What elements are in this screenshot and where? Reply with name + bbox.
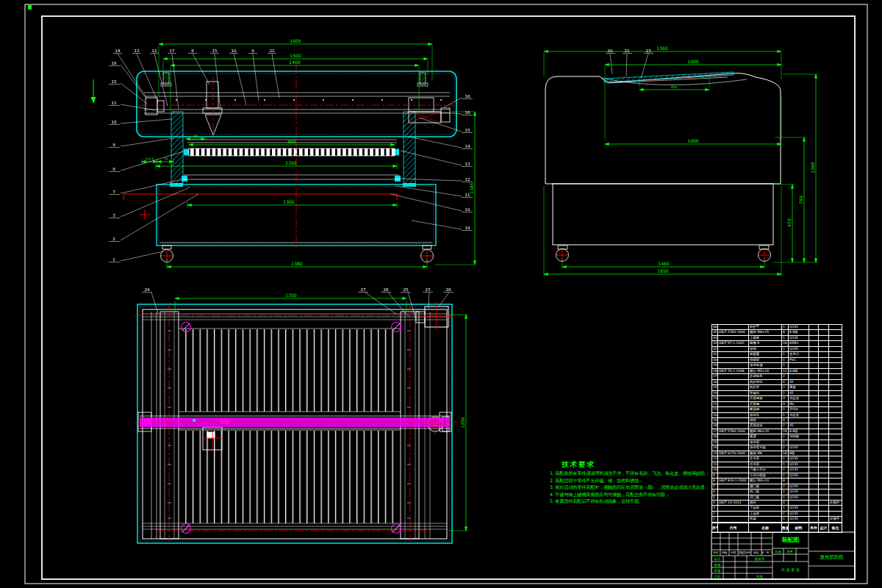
- dim-label: 450: [671, 85, 678, 89]
- bom-cell: 刀条工作台: [749, 467, 782, 472]
- bom-table: 36防护罩1Q23535GB/T 5783-2000螺栓 M8×2588.8级3…: [711, 324, 842, 523]
- bom-cell: 4: [782, 380, 789, 384]
- cad-canvas: { "views": { "front": { "dims": { "overa…: [0, 0, 882, 588]
- bom-cell: [718, 467, 749, 472]
- bom-row: 2上箱体1Q235: [712, 512, 842, 517]
- bom-cell: [829, 462, 842, 467]
- bom-cell: 螺钉 M4×10: [749, 478, 782, 483]
- balloon: 12: [465, 177, 470, 182]
- bom-header-cell: 代号: [718, 523, 749, 532]
- bom-cell: [809, 501, 819, 505]
- bom-row: 4GB/T 14-2013脚轮4外购件: [712, 501, 842, 506]
- bom-cell: [809, 330, 819, 334]
- bom-cell: 橡胶: [789, 385, 809, 390]
- slat-bed-lower: [184, 431, 397, 523]
- bom-cell: [809, 440, 819, 445]
- bom-cell: 17: [712, 429, 718, 434]
- bom-cell: 45: [789, 380, 809, 384]
- bom-cell: GB/T 819.1-2000: [718, 478, 749, 483]
- bom-cell: [809, 473, 819, 478]
- bom-cell: Q235: [789, 456, 809, 461]
- bom-cell: 1: [782, 413, 789, 417]
- bom-cell: 1: [782, 434, 789, 439]
- bom-cell: 19: [712, 418, 718, 423]
- bom-cell: [718, 456, 749, 461]
- bom-cell: 观察窗: [749, 352, 782, 356]
- bom-cell: 1: [782, 336, 789, 340]
- bom-cell: [819, 330, 829, 334]
- bom-cell: [789, 363, 809, 368]
- balloon: 19: [465, 226, 470, 230]
- bom-cell: 激光管: [749, 440, 782, 445]
- bom-cell: [718, 391, 749, 395]
- bom-cell: [809, 396, 819, 401]
- bom-cell: 24: [782, 429, 789, 434]
- bom-cell: 张紧轮: [749, 391, 782, 395]
- bom-cell: [718, 380, 749, 384]
- bom-row: 35GB/T 5783-2000螺栓 M8×2588.8级: [712, 330, 842, 335]
- bom-cell: [819, 495, 829, 500]
- bom-cell: Q235: [789, 473, 809, 478]
- bom-cell: 外购件: [829, 501, 842, 505]
- bom-cell: [718, 347, 749, 351]
- bom-cell: 2: [782, 391, 789, 395]
- balloon: 23: [426, 287, 431, 292]
- bom-cell: 后门板: [749, 495, 782, 500]
- balloon: 16: [112, 61, 117, 65]
- bom-cell: [718, 445, 749, 450]
- bom-cell: [809, 363, 819, 368]
- plan-balloons: 24 27 26 25 23 28: [142, 287, 453, 319]
- bom-cell: Q235: [789, 517, 809, 521]
- bom-cell: [809, 512, 819, 516]
- bom-cell: [809, 369, 819, 373]
- bom-cell: [829, 363, 842, 368]
- bom-cell: 3: [712, 506, 718, 510]
- dim-label: 1300: [283, 199, 294, 204]
- bom-cell: 铝型材: [789, 434, 809, 439]
- balloon: 20: [608, 49, 613, 53]
- lid: [604, 72, 734, 82]
- bom-cell: Q235: [789, 506, 809, 510]
- bom-cell: 18: [712, 423, 718, 428]
- bom-row: 23反射镜架3铝合金: [712, 396, 842, 401]
- bom-cell: [789, 501, 809, 505]
- bom-header-cell: 数量: [782, 523, 789, 532]
- bom-cell: 工作台框架: [749, 473, 782, 478]
- rev-header: 年、月、日: [761, 551, 772, 554]
- bom-cell: 8: [782, 330, 789, 334]
- dim-label: 1200: [460, 417, 465, 428]
- bom-cell: 滑块: [749, 418, 782, 423]
- bom-cell: 13: [712, 451, 718, 456]
- bom-cell: 机架: [749, 517, 782, 521]
- bom-cell: 1: [712, 517, 718, 521]
- bom-cell: 8级: [789, 451, 809, 456]
- bom-header-cell: 名称: [749, 523, 782, 532]
- balloon: 8: [191, 49, 194, 53]
- bom-row: 32铰链2Q235: [712, 347, 842, 352]
- bom-cell: [819, 490, 829, 494]
- bom-cell: [718, 325, 749, 329]
- bom-cell: [829, 369, 842, 373]
- tech-requirement-item: 1. 装配前所有零件须清理和清洗干净，不得有毛刺、飞边、氧化皮、锈蚀等缺陷；: [550, 470, 709, 477]
- balloon: 7: [112, 190, 115, 194]
- bom-cell: 32: [712, 347, 718, 351]
- bom-cell: 1: [782, 407, 789, 412]
- bom-cell: [819, 517, 829, 521]
- bom-cell: 1: [782, 467, 789, 472]
- dim-label: 75: [164, 157, 168, 161]
- dim-label: 1650: [657, 268, 668, 273]
- bom-cell: [829, 385, 842, 390]
- bom-cell: 3: [782, 396, 789, 401]
- plan-view: 1350 1200 24 27 26 25 23 28: [135, 287, 468, 543]
- bom-cell: [829, 484, 842, 489]
- bom-cell: 左支座: [749, 456, 782, 461]
- bom-header: 序号代号名称数量材料单件总计备注: [711, 523, 842, 533]
- bom-cell: GB/T 70.1-2008: [718, 369, 749, 373]
- bom-cell: [789, 374, 809, 379]
- bom-cell: 29: [712, 363, 718, 368]
- bom-cell: [809, 391, 819, 395]
- bom-cell: 25: [712, 385, 718, 390]
- technical-requirements: 技术要求 1. 装配前所有零件须清理和清洗干净，不得有毛刺、飞边、氧化皮、锈蚀等…: [550, 460, 709, 505]
- bom-cell: [819, 352, 829, 356]
- bom-cell: 23: [712, 396, 718, 401]
